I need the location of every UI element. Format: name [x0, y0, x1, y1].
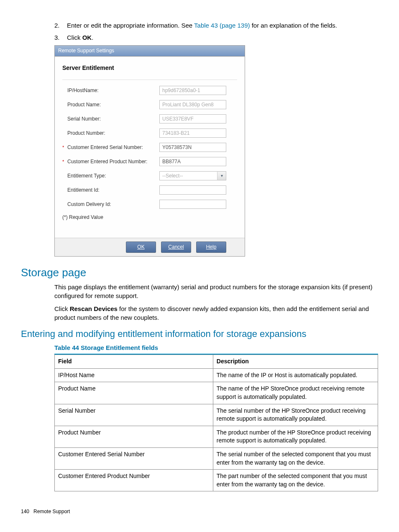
- step-number: 2.: [54, 21, 67, 30]
- field-entitlement-id: Entitlement Id:: [62, 185, 237, 195]
- field-customer-serial: * Customer Entered Serial Number:: [62, 143, 237, 152]
- required-indicator: *: [62, 144, 67, 151]
- table-44-caption: Table 44 Storage Entitlement fields: [54, 343, 378, 352]
- page-footer: 140 Remote Support: [21, 508, 378, 515]
- field-label: Entitlement Id:: [67, 187, 159, 194]
- table-row: Customer Entered Serial NumberThe serial…: [55, 447, 378, 469]
- panel-title: Server Entitlement: [62, 64, 237, 72]
- divider: [62, 80, 237, 80]
- ok-button[interactable]: OK: [126, 242, 156, 253]
- storage-entitlement-table: Field Description IP/Host NameThe name o…: [54, 355, 378, 491]
- storage-paragraph-1: This page displays the entitlement (warr…: [54, 283, 378, 300]
- field-label: Product Name:: [67, 101, 159, 108]
- field-label: Customer Entered Product Number:: [67, 158, 159, 165]
- field-customer-product: * Customer Entered Product Number:: [62, 157, 237, 166]
- field-label: Customer Entered Serial Number:: [67, 144, 159, 151]
- dialog-footer: OK Cancel Help: [55, 238, 245, 256]
- footer-section: Remote Support: [33, 509, 70, 514]
- table-row: Product NumberThe product number of the …: [55, 426, 378, 447]
- table-row: IP/Host NameThe name of the IP or Host i…: [55, 368, 378, 382]
- storage-page-heading: Storage page: [21, 265, 378, 280]
- step-2: 2. Enter or edit the appropriate informa…: [54, 21, 378, 30]
- table-row: Customer Entered Product NumberThe part …: [55, 470, 378, 491]
- field-label: Product Number:: [67, 130, 159, 137]
- table-header-row: Field Description: [55, 355, 378, 369]
- dialog-titlebar: Remote Support Settings: [55, 46, 245, 57]
- field-label: IP/HostName:: [67, 87, 159, 94]
- storage-paragraph-2: Click Rescan Devices for the system to d…: [54, 304, 378, 322]
- field-entitlement-type: Entitlement Type: ▾: [62, 171, 237, 180]
- page-number: 140: [21, 509, 29, 514]
- help-button[interactable]: Help: [196, 242, 226, 253]
- custom-delivery-id-input[interactable]: [159, 200, 226, 209]
- table-row: Product NameThe name of the HP StoreOnce…: [55, 382, 378, 404]
- customer-product-input[interactable]: [159, 157, 226, 166]
- entering-modifying-heading: Entering and modifying entitlement infor…: [21, 328, 378, 341]
- entitlement-type-select[interactable]: ▾: [159, 171, 226, 180]
- field-product-name: Product Name:: [62, 100, 237, 109]
- field-custom-delivery-id: Custom Delivery Id:: [62, 200, 237, 209]
- table-43-link[interactable]: Table 43 (page 139): [194, 22, 250, 29]
- ip-hostname-input: [159, 86, 226, 95]
- step-number: 3.: [54, 33, 67, 42]
- chevron-down-icon[interactable]: ▾: [217, 171, 226, 180]
- required-indicator: *: [62, 159, 67, 165]
- customer-serial-input[interactable]: [159, 143, 226, 152]
- entitlement-id-input[interactable]: [159, 185, 226, 195]
- field-ip-hostname: IP/HostName:: [62, 86, 237, 95]
- col-field: Field: [55, 355, 213, 369]
- product-number-input: [159, 129, 226, 138]
- product-name-input: [159, 100, 226, 109]
- step-3: 3. Click OK.: [54, 33, 378, 42]
- field-serial-number: Serial Number:: [62, 114, 237, 123]
- field-label: Serial Number:: [67, 116, 159, 123]
- field-label: Entitlement Type:: [67, 172, 159, 180]
- step-text: Enter or edit the appropriate informatio…: [67, 21, 337, 30]
- table-row: Serial NumberThe serial number of the HP…: [55, 404, 378, 426]
- instruction-steps: 2. Enter or edit the appropriate informa…: [54, 21, 378, 42]
- field-label: Custom Delivery Id:: [67, 201, 159, 208]
- remote-support-settings-dialog: Remote Support Settings Server Entitleme…: [54, 45, 245, 257]
- col-description: Description: [213, 355, 378, 369]
- step-text: Click OK.: [67, 33, 93, 42]
- serial-number-input: [159, 114, 226, 123]
- field-product-number: Product Number:: [62, 129, 237, 138]
- required-note: (*) Required Value: [62, 214, 237, 221]
- cancel-button[interactable]: Cancel: [161, 242, 191, 253]
